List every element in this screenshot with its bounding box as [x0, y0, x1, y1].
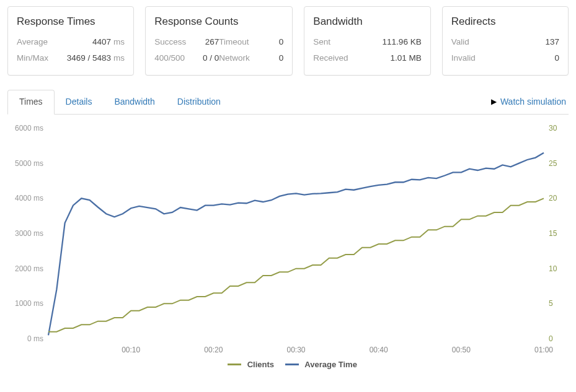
play-icon: ▶: [491, 97, 497, 106]
svg-text:25: 25: [549, 159, 557, 168]
stat-cards: Response Times Average 4407 ms Min/Max 3…: [7, 6, 569, 76]
svg-text:00:50: 00:50: [452, 346, 471, 354]
watch-simulation-link[interactable]: ▶ Watch simulation: [489, 90, 569, 113]
chart-svg: 0 ms1000 ms2000 ms3000 ms4000 ms5000 ms6…: [7, 122, 569, 357]
minmax-unit: ms: [111, 50, 125, 66]
legend-clients: Clients: [247, 360, 274, 369]
svg-text:00:30: 00:30: [286, 346, 305, 354]
minmax-value: 3469 / 5483: [53, 50, 111, 66]
svg-text:15: 15: [549, 229, 557, 238]
tab-bar: Times Details Bandwidth Distribution ▶ W…: [7, 89, 569, 115]
chart-legend: Clients Average Time: [7, 360, 569, 369]
svg-text:6000 ms: 6000 ms: [15, 124, 43, 133]
tab-distribution[interactable]: Distribution: [166, 90, 232, 114]
network-value: 0: [257, 50, 283, 66]
svg-text:00:10: 00:10: [122, 346, 140, 354]
legend-swatch-clients: [228, 364, 241, 365]
tab-details[interactable]: Details: [55, 90, 104, 114]
legend-avg: Average Time: [304, 360, 357, 369]
timeout-label: Timeout: [219, 34, 257, 50]
sent-label: Sent: [313, 34, 353, 50]
svg-text:4000 ms: 4000 ms: [15, 194, 43, 203]
errcode-value: 0 / 0: [193, 50, 219, 66]
svg-text:5: 5: [549, 299, 553, 308]
svg-text:0: 0: [549, 334, 553, 343]
watch-simulation-label: Watch simulation: [500, 97, 566, 107]
recv-label: Received: [313, 50, 353, 66]
svg-text:30: 30: [549, 124, 557, 133]
success-label: Success: [154, 34, 193, 50]
card-title: Response Counts: [154, 15, 283, 28]
invalid-label: Invalid: [451, 50, 486, 66]
svg-text:01:00: 01:00: [534, 346, 553, 354]
svg-text:2000 ms: 2000 ms: [15, 264, 43, 273]
card-title: Response Times: [17, 15, 125, 28]
times-chart: 0 ms1000 ms2000 ms3000 ms4000 ms5000 ms6…: [7, 122, 569, 357]
success-value: 267: [193, 34, 219, 50]
card-response-counts: Response Counts Success 267 Timeout 0 40…: [145, 6, 293, 76]
network-label: Network: [219, 50, 257, 66]
svg-text:10: 10: [549, 264, 557, 273]
svg-text:0 ms: 0 ms: [27, 334, 43, 343]
card-redirects: Redirects Valid 137 Invalid 0: [442, 6, 569, 76]
avg-value: 4407: [53, 34, 111, 50]
card-title: Bandwidth: [313, 15, 421, 28]
svg-text:5000 ms: 5000 ms: [15, 159, 43, 168]
card-response-times: Response Times Average 4407 ms Min/Max 3…: [7, 6, 134, 76]
avg-unit: ms: [111, 34, 125, 50]
avg-label: Average: [17, 34, 53, 50]
minmax-label: Min/Max: [17, 50, 53, 66]
svg-text:00:20: 00:20: [204, 346, 223, 354]
sent-value: 111.96 KB: [353, 34, 421, 50]
card-bandwidth: Bandwidth Sent 111.96 KB Received 1.01 M…: [304, 6, 430, 76]
svg-text:00:40: 00:40: [370, 346, 388, 354]
svg-text:20: 20: [549, 194, 557, 203]
errcode-label: 400/500: [154, 50, 193, 66]
recv-value: 1.01 MB: [353, 50, 421, 66]
tab-bandwidth[interactable]: Bandwidth: [103, 90, 166, 114]
valid-label: Valid: [451, 34, 486, 50]
timeout-value: 0: [257, 34, 283, 50]
svg-text:1000 ms: 1000 ms: [15, 299, 43, 308]
card-title: Redirects: [451, 15, 559, 28]
valid-value: 137: [486, 34, 559, 50]
svg-text:3000 ms: 3000 ms: [15, 229, 43, 238]
legend-swatch-avg: [285, 364, 299, 365]
invalid-value: 0: [486, 50, 559, 66]
tab-times[interactable]: Times: [7, 90, 55, 115]
